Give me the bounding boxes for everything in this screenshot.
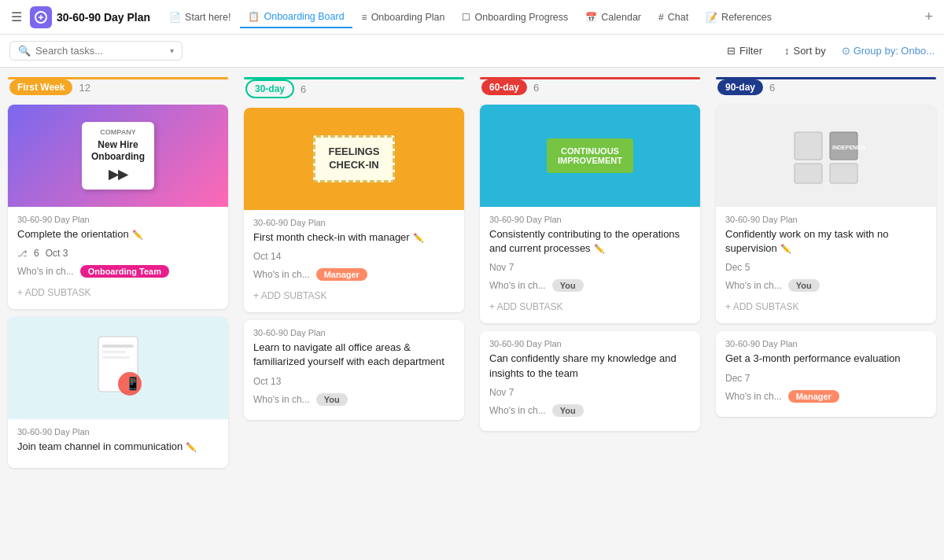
tab-label-onboarding-progress: Onboarding Progress [474,12,568,23]
card-body-card-8: 30-60-90 Day PlanGet a 3-month performan… [716,331,936,416]
svg-rect-7 [795,132,822,160]
nav-tab-calendar[interactable]: 📅Calendar [577,7,649,28]
card-assigned-card-3: Who's in ch... Manager [253,268,455,281]
add-subtask-card-3[interactable]: + ADD SUBTASK [253,287,455,304]
card-edit-icon-card-3[interactable]: ✏️ [413,233,424,242]
svg-text:INDEPENDENT: INDEPENDENT [832,145,865,150]
assigned-label-card-6: Who's in ch... [489,405,546,416]
card-assigned-card-5: Who's in ch... You [489,279,691,292]
tab-label-onboarding-board: Onboarding Board [264,11,344,22]
card-plan-card-6: 30-60-90 Day Plan [489,339,691,348]
card-body-card-5: 30-60-90 Day PlanConsistently contributi… [480,207,700,323]
card-plan-card-5: 30-60-90 Day Plan [489,215,691,224]
tab-label-onboarding-plan: Onboarding Plan [371,12,445,23]
svg-rect-2 [102,344,134,348]
card-body-card-7: 30-60-90 Day PlanConfidently work on my … [716,207,936,323]
card-date-card-7: Dec 5 [725,262,927,273]
assigned-label-card-1: Who's in ch... [17,266,74,277]
filter-icon: ⊟ [727,45,736,57]
card-body-card-2: 30-60-90 Day PlanJoin team channel in co… [8,419,228,468]
tab-icon-chat: # [658,12,664,23]
search-box[interactable]: 🔍 ▾ [9,41,183,61]
filter-button[interactable]: ⊟ Filter [721,42,769,60]
search-dropdown-arrow[interactable]: ▾ [170,46,174,55]
toolbar-right: ⊟ Filter ↕ Sort by ⊙ Group by: Onbo... [721,42,935,60]
column-count-30-day: 6 [301,83,306,95]
card-card-4[interactable]: 30-60-90 Day PlanLearn to navigate all o… [244,320,464,419]
sort-button[interactable]: ↕ Sort by [778,42,832,60]
card-edit-icon-card-1[interactable]: ✏️ [132,230,143,239]
card-date-card-5: Nov 7 [489,262,691,273]
column-header-90-day: 90-day 6 [716,79,936,95]
tab-icon-references: 📝 [706,12,717,23]
column-first-week: First Week 12 COMPANY New HireOnboarding… [0,68,236,560]
card-image-puzzle: INDEPENDENT [716,105,936,207]
card-plan-card-2: 30-60-90 Day Plan [17,427,219,437]
group-button[interactable]: ⊙ Group by: Onbo... [842,45,935,57]
card-title-card-6: Can confidently share my knowledge and i… [489,352,691,380]
group-icon: ⊙ [842,45,850,57]
column-header-60-day: 60-day 6 [480,79,700,95]
card-plan-card-3: 30-60-90 Day Plan [253,218,455,227]
card-assigned-card-4: Who's in ch... You [253,393,455,406]
column-tag-60-day: 60-day [481,79,527,95]
card-card-5[interactable]: CONTINUOUSIMPROVEMENT 30-60-90 Day PlanC… [480,105,700,323]
nav-tab-start-here[interactable]: 📄Start here! [161,7,238,28]
column-tag-first-week: First Week [9,79,72,95]
tab-label-references: References [721,12,772,23]
column-count-90-day: 6 [769,82,775,94]
assignee-badge-card-8: Manager [788,390,839,403]
svg-rect-10 [830,164,857,183]
card-card-3[interactable]: FEELINGSCHECK-IN 30-60-90 Day PlanFirst … [244,108,464,312]
subtask-icon-card-1: ⎇ [17,249,28,259]
card-body-card-3: 30-60-90 Day PlanFirst month check-in wi… [244,210,464,312]
card-date-card-1: Oct 3 [46,248,68,259]
nav-tab-references[interactable]: 📝References [698,7,780,28]
card-title-card-5: Consistently contributing to the operati… [489,227,691,256]
card-plan-card-4: 30-60-90 Day Plan [253,328,455,337]
card-image-card-2: 📱 [8,317,228,419]
add-subtask-card-1[interactable]: + ADD SUBTASK [17,284,219,301]
tab-icon-onboarding-progress: ☐ [462,12,470,23]
tab-icon-onboarding-board: 📋 [248,11,260,22]
card-assigned-card-1: Who's in ch... Onboarding Team [17,265,219,278]
svg-text:📱: 📱 [125,376,141,391]
nav-tab-onboarding-board[interactable]: 📋Onboarding Board [240,6,352,28]
nav-tab-onboarding-progress[interactable]: ☐Onboarding Progress [454,7,576,28]
subtask-count-card-1: 6 [34,248,39,259]
card-card-8[interactable]: 30-60-90 Day PlanGet a 3-month performan… [716,331,936,416]
card-edit-icon-card-2[interactable]: ✏️ [186,442,197,451]
add-subtask-card-7[interactable]: + ADD SUBTASK [725,298,927,315]
tab-label-chat: Chat [668,12,688,23]
assignee-badge-card-7: You [788,279,820,292]
card-card-7[interactable]: INDEPENDENT 30-60-90 Day PlanConfidently… [716,105,936,323]
card-title-card-4: Learn to navigate all office areas & fam… [253,341,455,369]
card-card-6[interactable]: 30-60-90 Day PlanCan confidently share m… [480,331,700,430]
column-count-60-day: 6 [533,82,539,94]
card-date-card-3: Oct 14 [253,251,455,262]
card-body-card-6: 30-60-90 Day PlanCan confidently share m… [480,331,700,430]
card-image-onboarding: COMPANY New HireOnboarding ▶▶ [8,105,228,207]
assigned-label-card-5: Who's in ch... [489,280,546,291]
card-title-card-2: Join team channel in communication✏️ [17,440,219,454]
card-assigned-card-6: Who's in ch... You [489,404,691,417]
card-card-2[interactable]: 📱 30-60-90 Day PlanJoin team channel in … [8,317,228,468]
menu-icon[interactable]: ☰ [8,6,25,28]
card-title-card-3: First month check-in with manager✏️ [253,230,455,245]
card-image-feelings: FEELINGSCHECK-IN [244,108,464,210]
card-card-1[interactable]: COMPANY New HireOnboarding ▶▶ 30-60-90 D… [8,105,228,309]
assigned-label-card-3: Who's in ch... [253,269,310,280]
search-input[interactable] [35,45,165,57]
card-meta-card-1: ⎇ 6 Oct 3 [17,248,219,259]
svg-rect-9 [795,164,822,183]
card-assigned-card-7: Who's in ch... You [725,279,927,292]
card-edit-icon-card-7[interactable]: ✏️ [780,244,791,253]
nav-plus-button[interactable]: + [921,9,936,25]
card-image-card-3: FEELINGSCHECK-IN [244,108,464,210]
card-title-card-1: Complete the orientation✏️ [17,227,219,241]
add-subtask-card-5[interactable]: + ADD SUBTASK [489,298,691,315]
card-date-card-4: Oct 13 [253,376,455,387]
nav-tab-chat[interactable]: #Chat [651,7,696,28]
card-edit-icon-card-5[interactable]: ✏️ [594,244,605,253]
nav-tab-onboarding-plan[interactable]: ≡Onboarding Plan [354,7,453,28]
